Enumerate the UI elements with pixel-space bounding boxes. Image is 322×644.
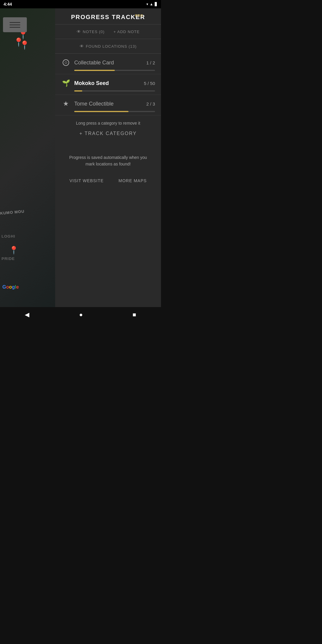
- found-locations-label: 👁 FOUND LOCATIONS (13): [80, 44, 137, 49]
- found-eye-icon: 👁: [80, 44, 84, 49]
- category-item-mokoko-seed[interactable]: 🌱 Mokoko Seed 5 / 50: [55, 74, 161, 95]
- status-bar: 4:44 ▾ ▲ ▊: [0, 0, 161, 8]
- back-button[interactable]: ◀: [19, 308, 35, 321]
- panel-header: PROGRESS TRACKER PRO: [55, 8, 161, 24]
- footer-info: Progress is saved automatically when you…: [55, 142, 161, 174]
- wifi-icon: ▾: [146, 2, 148, 6]
- tome-collectible-progress-bar: [74, 111, 155, 112]
- mokoko-seed-icon: 🌱: [61, 78, 71, 88]
- category-header-tome: ★ Tome Collectible 2 / 3: [61, 99, 155, 109]
- category-item-tome-collectible[interactable]: ★ Tome Collectible 2 / 3: [55, 95, 161, 115]
- collectable-card-count: 1 / 2: [146, 60, 155, 65]
- mokoko-seed-progress-bar: [74, 90, 155, 92]
- google-logo: Google: [2, 284, 19, 290]
- tome-collectible-name: Tome Collectible: [74, 101, 143, 107]
- track-category-label[interactable]: + TRACK CATEGORY: [79, 131, 137, 136]
- map-pin-3: 📍: [19, 41, 30, 49]
- collectable-card-icon: [61, 58, 71, 67]
- panel-title: PROGRESS TRACKER: [71, 14, 145, 21]
- hamburger-line-3: [10, 27, 20, 28]
- battery-icon: ▊: [155, 2, 157, 6]
- track-category-button[interactable]: + TRACK CATEGORY: [55, 128, 161, 142]
- notes-eye-icon: 👁: [77, 29, 81, 34]
- category-item-collectable-card[interactable]: Collectable Card 1 / 2: [55, 54, 161, 74]
- collectable-card-progress-bar: [74, 70, 155, 71]
- main-panel: PROGRESS TRACKER PRO 👁 NOTES (0) + ADD N…: [55, 8, 161, 307]
- status-time: 4:44: [4, 2, 12, 7]
- collectable-card-name: Collectable Card: [74, 60, 143, 66]
- pro-badge: PRO: [135, 14, 143, 17]
- status-icons: ▾ ▲ ▊: [146, 2, 157, 6]
- recent-button[interactable]: ■: [126, 308, 142, 321]
- map-text-loghi: LOGHI: [1, 234, 15, 239]
- hamburger-line-2: [10, 24, 20, 25]
- tome-collectible-count: 2 / 3: [146, 101, 155, 106]
- collectable-card-progress-fill: [74, 70, 115, 71]
- category-header-mokoko: 🌱 Mokoko Seed 5 / 50: [61, 78, 155, 88]
- category-header-card: Collectable Card 1 / 2: [61, 58, 155, 67]
- help-text: Long press a category to remove it: [55, 115, 161, 128]
- hamburger-line-1: [10, 22, 20, 23]
- signal-icon: ▲: [150, 2, 153, 6]
- tome-collectible-icon: ★: [61, 99, 71, 109]
- nav-bar: ◀ ● ■: [0, 307, 161, 322]
- more-maps-button[interactable]: MORE MAPS: [119, 178, 147, 183]
- visit-website-button[interactable]: VISIT WEBSITE: [69, 178, 104, 183]
- mokoko-seed-count: 5 / 50: [144, 81, 155, 86]
- map-pin-bottom: 📍: [9, 246, 18, 255]
- hamburger-button[interactable]: [3, 17, 27, 32]
- found-locations-row[interactable]: 👁 FOUND LOCATIONS (13): [55, 39, 161, 54]
- found-locations-text: FOUND LOCATIONS (13): [86, 44, 137, 49]
- bottom-links: VISIT WEBSITE MORE MAPS: [55, 174, 161, 189]
- notes-text: NOTES (0): [83, 30, 105, 34]
- map-background: 📍 📍 📍 NKUMO MOU LOGHI 📍 PRIDE Google: [0, 8, 55, 307]
- map-inner: 📍 📍 📍 NKUMO MOU LOGHI 📍 PRIDE Google: [0, 8, 55, 307]
- add-note-button[interactable]: + ADD NOTE: [114, 30, 140, 34]
- map-text-ankumo: NKUMO MOU: [0, 209, 25, 216]
- home-button[interactable]: ●: [73, 308, 89, 321]
- notes-row: 👁 NOTES (0) + ADD NOTE: [55, 24, 161, 39]
- map-text-pride: PRIDE: [1, 256, 15, 261]
- notes-label[interactable]: 👁 NOTES (0): [77, 29, 105, 34]
- tome-collectible-progress-fill: [74, 111, 129, 112]
- mokoko-seed-progress-fill: [74, 90, 82, 92]
- mokoko-seed-name: Mokoko Seed: [74, 80, 140, 86]
